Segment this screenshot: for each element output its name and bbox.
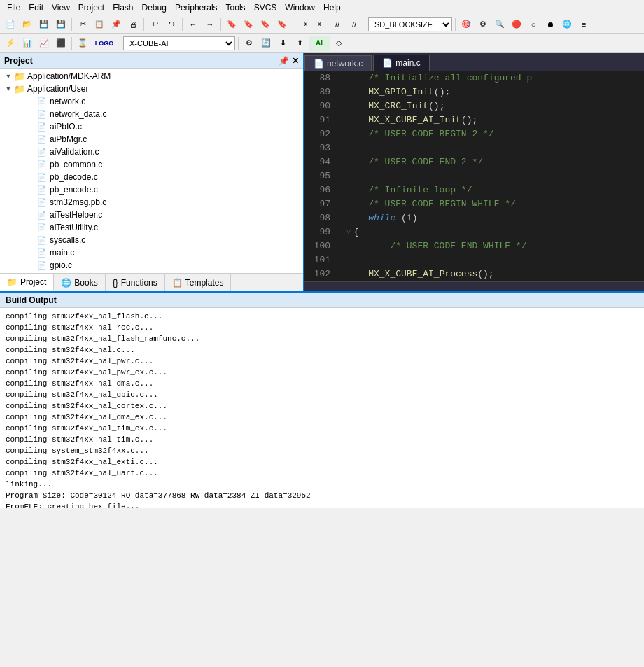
build-output-content[interactable]: compiling stm32f4xx_hal_flash.c...compil…	[0, 308, 644, 508]
close-icon[interactable]: ✕	[292, 56, 299, 66]
target-btn6[interactable]: ⏺	[542, 17, 558, 32]
tree-item-network[interactable]: 📄 network.c	[0, 95, 303, 108]
bookmark-btn[interactable]: 🔖	[224, 17, 239, 32]
project-tab-icon: 📁	[7, 277, 18, 287]
tb2-btn2[interactable]: 📊	[20, 36, 35, 51]
file-icon-main: 📄	[36, 247, 48, 258]
tree-item-stm32msg[interactable]: 📄 stm32msg.pb.c	[0, 196, 303, 209]
indent-btn[interactable]: ⇥	[296, 17, 312, 32]
redo-btn[interactable]: ↪	[164, 17, 179, 32]
target-btn5[interactable]: ○	[526, 17, 541, 32]
tree-label-aitestutility: aiTestUtility.c	[50, 223, 98, 232]
tree-item-network-data[interactable]: 📄 network_data.c	[0, 108, 303, 120]
tab-templates[interactable]: 📋 Templates	[165, 274, 232, 291]
editor-tabs: 📄 network.c 📄 main.c	[304, 53, 644, 71]
menu-bar: File Edit View Project Flash Debug Perip…	[0, 0, 644, 15]
tree-item-gpio[interactable]: 📄 gpio.c	[0, 259, 303, 272]
target-btn8[interactable]: ≡	[576, 17, 592, 32]
menu-flash[interactable]: Flash	[108, 1, 137, 14]
tb2-logo[interactable]: LOGO	[92, 36, 117, 51]
tb2-settings[interactable]: ⚙	[241, 36, 257, 51]
horizontal-scrollbar[interactable]	[304, 281, 644, 291]
tb2-btn4[interactable]: ⬛	[53, 36, 69, 51]
menu-debug[interactable]: Debug	[138, 1, 171, 14]
tab-main-c[interactable]: 📄 main.c	[373, 55, 429, 71]
tb2-upload[interactable]: ⬆	[292, 36, 307, 51]
menu-tools[interactable]: Tools	[222, 1, 250, 14]
undo-btn[interactable]: ↩	[147, 17, 162, 32]
tree-item-mdkarm[interactable]: ▼ 📁 Application/MDK-ARM	[0, 70, 303, 83]
target-btn7[interactable]: 🌐	[559, 17, 575, 32]
bookmark4-btn[interactable]: 🔖	[274, 17, 290, 32]
tree-item-aivalidation[interactable]: 📄 aiValidation.c	[0, 146, 303, 158]
save-btn[interactable]: 💾	[36, 17, 52, 32]
build-output-line: compiling stm32f4xx_hal_tim.c...	[6, 434, 638, 445]
tab-books[interactable]: 🌐 Books	[54, 274, 105, 291]
functions-tab-label: Functions	[121, 278, 158, 288]
nav-fwd-btn[interactable]: →	[202, 17, 218, 32]
line-content-94: /* USER CODE END 2 */	[340, 155, 644, 169]
bookmark2-btn[interactable]: 🔖	[241, 17, 256, 32]
target-btn2[interactable]: ⚙	[475, 17, 491, 32]
open-btn[interactable]: 📂	[20, 17, 35, 32]
tree-item-aitesthelper[interactable]: 📄 aiTestHelper.c	[0, 209, 303, 221]
cut-btn[interactable]: ✂	[75, 17, 90, 32]
menu-project[interactable]: Project	[74, 1, 108, 14]
tb2-diamond[interactable]: ◇	[331, 36, 346, 51]
tab-network-c[interactable]: 📄 network.c	[304, 55, 372, 71]
menu-file[interactable]: File	[3, 1, 24, 14]
line-num-94: 94	[304, 155, 340, 169]
tree-item-pbcommon[interactable]: 📄 pb_common.c	[0, 158, 303, 171]
save-all-btn[interactable]: 💾	[53, 17, 69, 32]
line-content-95	[340, 169, 644, 183]
expander-appuser[interactable]: ▼	[3, 83, 14, 94]
tb2-btn5[interactable]: ⌛	[75, 36, 90, 51]
tree-item-appuser[interactable]: ▼ 📁 Application/User	[0, 83, 303, 95]
tree-item-aitestutility[interactable]: 📄 aiTestUtility.c	[0, 221, 303, 234]
tree-item-aipbio[interactable]: 📄 aiPbIO.c	[0, 120, 303, 133]
comment-btn[interactable]: //	[330, 17, 345, 32]
expander-mdkarm[interactable]: ▼	[3, 71, 14, 82]
target-btn3[interactable]: 🔍	[492, 17, 507, 32]
outdent-btn[interactable]: ⇤	[313, 17, 328, 32]
project-dropdown[interactable]: X-CUBE-AI	[123, 36, 235, 50]
sep1	[71, 18, 72, 31]
bookmark3-btn[interactable]: 🔖	[258, 17, 273, 32]
tb2-btn3[interactable]: 📈	[36, 36, 52, 51]
code-line-91: 91 MX_X_CUBE_AI_Init();	[304, 113, 644, 127]
tb2-download[interactable]: ⬇	[275, 36, 290, 51]
tree-item-pbencode[interactable]: 📄 pb_encode.c	[0, 183, 303, 196]
pin-icon[interactable]: 📌	[279, 56, 289, 66]
code-editor[interactable]: 88 /* Initialize all configured p 89 MX_…	[304, 71, 644, 281]
expander-network-data	[25, 108, 36, 120]
uncomment-btn[interactable]: //	[346, 17, 362, 32]
menu-help[interactable]: Help	[319, 1, 345, 14]
code-line-93: 93	[304, 141, 644, 155]
menu-peripherals[interactable]: Peripherals	[171, 1, 222, 14]
tb2-ai[interactable]: AI	[309, 36, 330, 51]
tree-item-aipbmgr[interactable]: 📄 aiPbMgr.c	[0, 133, 303, 146]
print-btn[interactable]: 🖨	[125, 17, 141, 32]
menu-svcs[interactable]: SVCS	[250, 1, 281, 14]
symbol-dropdown[interactable]: SD_BLOCKSIZE	[368, 17, 452, 31]
nav-back-btn[interactable]: ←	[186, 17, 201, 32]
tb2-translate[interactable]: 🔄	[258, 36, 274, 51]
paste-btn[interactable]: 📌	[108, 17, 124, 32]
tree-item-syscalls[interactable]: 📄 syscalls.c	[0, 234, 303, 246]
project-tree[interactable]: ▼ 📁 Application/MDK-ARM ▼ 📁 Application/…	[0, 69, 303, 273]
tree-item-pbdecode[interactable]: 📄 pb_decode.c	[0, 171, 303, 183]
target-btn4[interactable]: 🔴	[509, 17, 524, 32]
tree-item-main[interactable]: 📄 main.c	[0, 246, 303, 259]
menu-edit[interactable]: Edit	[24, 1, 48, 14]
target-btn1[interactable]: 🎯	[458, 17, 474, 32]
panel-tabs: 📁 Project 🌐 Books {} Functions 📋 Templat…	[0, 273, 303, 291]
tab-project[interactable]: 📁 Project	[0, 274, 54, 291]
menu-window[interactable]: Window	[281, 1, 319, 14]
tab-functions[interactable]: {} Functions	[106, 274, 165, 291]
code-line-101: 101	[304, 253, 644, 267]
copy-btn[interactable]: 📋	[92, 17, 107, 32]
tb2-btn1[interactable]: ⚡	[3, 36, 18, 51]
new-btn[interactable]: 📄	[3, 17, 18, 32]
collapse-99[interactable]: ▽	[346, 225, 351, 239]
menu-view[interactable]: View	[48, 1, 74, 14]
